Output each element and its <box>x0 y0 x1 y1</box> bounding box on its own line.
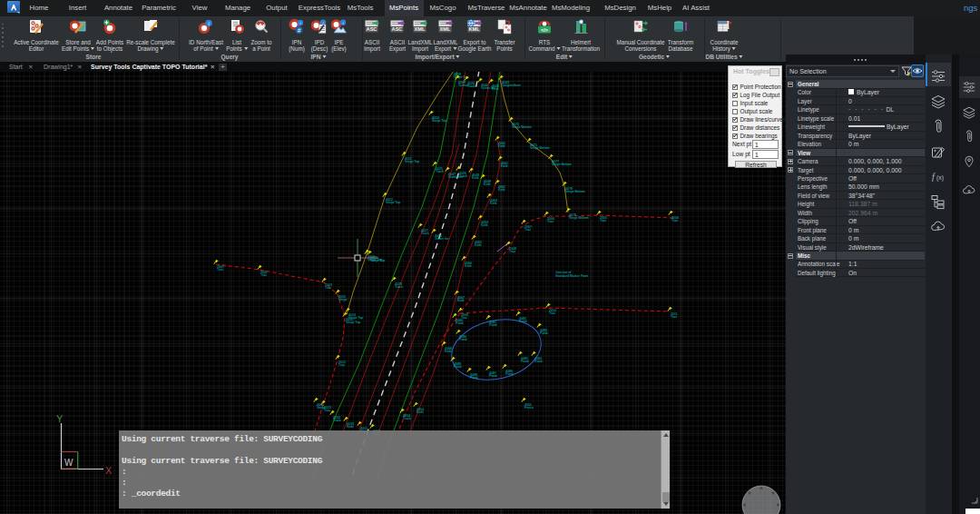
svg-text:4053Track: 4053Track <box>403 414 411 421</box>
svg-text:2010Trav: 2010Trav <box>549 309 556 316</box>
svg-text:X: X <box>105 465 113 476</box>
svg-text:4080Pond: 4080Pond <box>456 319 463 326</box>
svg-text:2005Trav: 2005Trav <box>600 216 607 223</box>
svg-text:4066Kerb: 4066Kerb <box>465 262 472 269</box>
svg-text:4010Verge Top: 4010Verge Top <box>432 116 446 124</box>
svg-text:2006Trav: 2006Trav <box>671 216 679 223</box>
svg-text:XML: XML <box>415 26 426 32</box>
svg-text:4015Verge: 4015Verge <box>338 295 347 302</box>
svg-text:4031Verge: 4031Verge <box>317 403 325 410</box>
svg-text:4089Pond: 4089Pond <box>454 362 461 370</box>
svg-text:4077Verge Bottom: 4077Verge Bottom <box>552 160 572 167</box>
svg-text:4063Kerb: 4063Kerb <box>490 199 497 206</box>
svg-text:4045Kerb: 4045Kerb <box>492 84 499 92</box>
svg-text:(x): (x) <box>936 174 944 182</box>
svg-text:4065Kerb: 4065Kerb <box>475 241 482 248</box>
svg-text:4081Pond: 4081Pond <box>489 321 496 328</box>
svg-text:2004Trav: 2004Trav <box>547 217 554 224</box>
svg-text:4079Verge Bottom: 4079Verge Bottom <box>569 213 589 221</box>
svg-text:W: W <box>64 458 74 468</box>
svg-text:4090Pond: 4090Pond <box>459 335 466 342</box>
svg-text:4086Pond: 4086Pond <box>505 370 513 377</box>
svg-text:Y: Y <box>56 413 64 424</box>
svg-text:4054Kerb: 4054Kerb <box>416 408 424 415</box>
svg-text:4030Verge Top: 4030Verge Top <box>370 256 385 263</box>
svg-text:4082Pond: 4082Pond <box>519 317 526 324</box>
svg-text:f: f <box>932 172 936 182</box>
svg-text:4011Verge Top: 4011Verge Top <box>405 157 419 164</box>
svg-text:4032Track: 4032Track <box>333 416 341 423</box>
svg-text:4067Kerb: 4067Kerb <box>457 296 465 303</box>
svg-text:2003Trav: 2003Trav <box>325 283 332 291</box>
svg-text:4025Track: 4025Track <box>436 167 444 174</box>
svg-text:4043Tangent/born: 4043Tangent/born <box>502 81 521 88</box>
svg-text:4088Pond: 4088Pond <box>470 373 477 381</box>
svg-text:4075Verge Bottom: 4075Verge Bottom <box>530 143 550 151</box>
svg-text:4062Kerb: 4062Kerb <box>498 185 505 193</box>
svg-text:2011Trav: 2011Trav <box>671 312 678 320</box>
svg-text:4033Kerb: 4033Kerb <box>347 422 354 430</box>
svg-text:ASC: ASC <box>392 26 403 32</box>
svg-text:4064Kerb: 4064Kerb <box>481 221 488 228</box>
svg-text:4029Track: 4029Track <box>395 282 403 290</box>
svg-text:4061Kerb: 4061Kerb <box>501 162 508 169</box>
svg-text:4027Track: 4027Track <box>421 229 429 236</box>
svg-text:4026Track: 4026Track <box>459 172 467 179</box>
svg-text:2008Trav: 2008Trav <box>509 247 516 254</box>
svg-text:4084Pond: 4084Pond <box>534 357 542 364</box>
svg-text:4050Gutter Inv: 4050Gutter Inv <box>435 234 449 242</box>
svg-text:ASC: ASC <box>367 26 377 32</box>
svg-text:4087Pond: 4087Pond <box>489 371 496 379</box>
svg-text:4068Kerb: 4068Kerb <box>445 347 452 354</box>
svg-text:4085Pond: 4085Pond <box>521 357 528 364</box>
svg-text:4078Verge Bottom: 4078Verge Bottom <box>565 187 585 194</box>
svg-text:2012Trav: 2012Trav <box>338 361 346 368</box>
svg-text:4083Pond: 4083Pond <box>540 329 547 336</box>
svg-text:2001Trav: 2001Trav <box>217 265 224 272</box>
svg-text:4060Kerb: 4060Kerb <box>498 142 505 149</box>
svg-text:2002Trav: 2002Trav <box>260 271 268 278</box>
svg-text:4055Fence: 4055Fence <box>524 403 534 410</box>
svg-text:#: # <box>298 27 301 34</box>
svg-text:KML: KML <box>468 26 480 32</box>
svg-text:4076Verge Bottom: 4076Verge Bottom <box>512 123 532 130</box>
svg-text:2007Trav: 2007Trav <box>524 225 532 232</box>
svg-text:XML: XML <box>440 26 451 32</box>
svg-text:4049Kerb: 4049Kerb <box>484 180 491 187</box>
svg-text:Junction ofStandard Marker Poi: Junction ofStandard Marker Point <box>555 271 588 278</box>
svg-text:4012Verge Top: 4012Verge Top <box>386 198 400 205</box>
svg-text:4024Track: 4024Track <box>467 82 475 89</box>
svg-text:4048Kerb: 4048Kerb <box>472 173 479 181</box>
svg-text:</>: </> <box>541 27 548 33</box>
